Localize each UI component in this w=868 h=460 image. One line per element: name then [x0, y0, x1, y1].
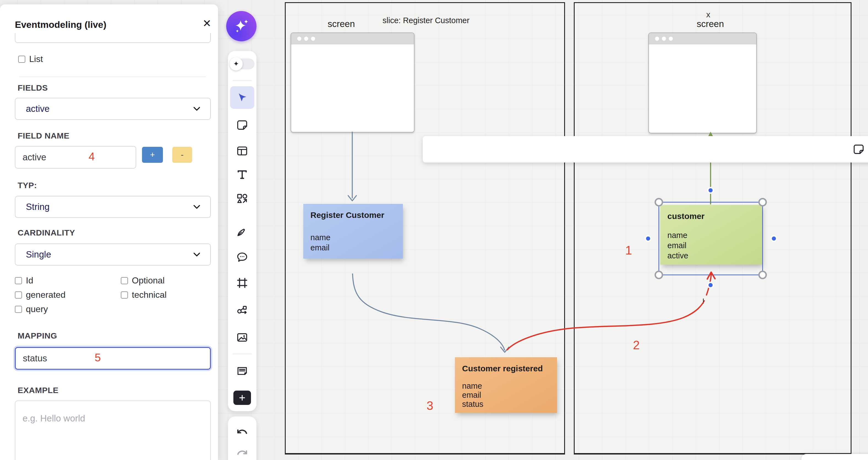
- chevron-down-icon: [193, 252, 201, 257]
- fields-select-value: active: [26, 104, 50, 114]
- browser-mockup-1[interactable]: [290, 32, 414, 133]
- sticky-title: Customer registered: [462, 364, 552, 373]
- mouse-cursor-x: x: [706, 10, 710, 19]
- undo-redo-rail: [228, 416, 256, 460]
- checkbox[interactable]: [121, 291, 128, 298]
- eventmodeling-panel: Eventmodeling (live) ✕ List FIELDS activ…: [0, 4, 218, 460]
- mapping-input[interactable]: [15, 347, 211, 370]
- checkbox[interactable]: [15, 306, 22, 313]
- query-checkbox-row[interactable]: query: [15, 304, 48, 314]
- fields-label: FIELDS: [18, 83, 48, 92]
- sticky-fields: name email status: [462, 381, 552, 409]
- checkbox-label: Optional: [132, 276, 164, 286]
- checkbox-label: Id: [26, 276, 33, 286]
- window-dot-icon: [662, 37, 666, 41]
- sticky-title: Register Customer: [310, 210, 397, 220]
- ai-toggle[interactable]: [230, 59, 254, 69]
- cursor-icon: [236, 91, 249, 104]
- id-checkbox-row[interactable]: Id: [15, 276, 33, 286]
- window-dot-icon: [655, 37, 659, 41]
- redo-button[interactable]: [235, 447, 249, 460]
- frame1-slice-label[interactable]: slice: Register Customer: [382, 16, 469, 25]
- sparkle-icon: [232, 17, 250, 35]
- annotation-5: 5: [95, 351, 101, 364]
- comment-tool[interactable]: [236, 251, 249, 263]
- divider: [19, 77, 206, 77]
- example-textarea[interactable]: [15, 401, 211, 460]
- checkbox[interactable]: [15, 291, 22, 298]
- annotation-3[interactable]: 3: [427, 399, 433, 413]
- fields-select[interactable]: active: [15, 98, 211, 120]
- frame-tool[interactable]: [236, 277, 249, 289]
- window-dot-icon: [297, 37, 301, 41]
- sticky-note-icon[interactable]: [852, 143, 865, 155]
- cardinality-select-value: Single: [26, 249, 51, 260]
- frame1-screen-label[interactable]: screen: [328, 19, 355, 29]
- plus-icon: [238, 394, 246, 402]
- context-toolbar: Convert to Aa Auto B size: [423, 136, 868, 163]
- sticky-note-tool[interactable]: [236, 119, 249, 132]
- chevron-down-icon: [193, 106, 201, 112]
- ai-assistant-button[interactable]: [226, 11, 256, 41]
- card-tool[interactable]: [236, 364, 249, 377]
- typ-select-value: String: [26, 202, 50, 212]
- checkbox[interactable]: [121, 277, 128, 284]
- checkbox-label: technical: [132, 290, 166, 300]
- checkbox[interactable]: [18, 56, 25, 63]
- connector-tool[interactable]: [236, 304, 249, 316]
- panel-title: Eventmodeling (live): [15, 19, 106, 30]
- toolbar-divider: [233, 80, 252, 81]
- annotation-4: 4: [89, 150, 95, 163]
- technical-checkbox-row[interactable]: technical: [121, 290, 166, 300]
- mapping-label: MAPPING: [18, 331, 57, 341]
- tool-rail: [228, 51, 256, 411]
- sticky-register-customer[interactable]: Register Customer name email: [303, 204, 403, 259]
- sticky-fields: name email: [310, 232, 397, 253]
- field-name-input[interactable]: [15, 146, 136, 169]
- checkbox[interactable]: [15, 277, 22, 284]
- image-tool[interactable]: [236, 331, 249, 344]
- sparkle-icon: [232, 60, 240, 67]
- sticky-customer-registered[interactable]: Customer registered name email status: [455, 357, 557, 413]
- chevron-down-icon: [193, 204, 201, 210]
- add-more-tools-button[interactable]: [234, 391, 251, 405]
- close-icon[interactable]: ✕: [203, 18, 211, 29]
- add-field-button[interactable]: +: [142, 147, 163, 163]
- cardinality-label: CARDINALITY: [18, 228, 75, 237]
- annotation-1[interactable]: 1: [625, 243, 632, 257]
- remove-field-button[interactable]: -: [172, 147, 192, 163]
- checkbox-label: query: [26, 304, 48, 314]
- frame2-screen-label[interactable]: screen: [696, 19, 724, 29]
- browser-titlebar: [649, 33, 756, 44]
- browser-mockup-2[interactable]: [648, 32, 757, 133]
- checkbox-label: List: [29, 54, 43, 64]
- typ-select[interactable]: String: [15, 196, 211, 218]
- sticky-fields: name email active: [668, 230, 756, 261]
- annotation-2[interactable]: 2: [633, 338, 640, 352]
- cardinality-select[interactable]: Single: [15, 243, 211, 265]
- bottom-right-panel[interactable]: [801, 454, 868, 460]
- shapes-tool[interactable]: [236, 192, 249, 205]
- window-dot-icon: [311, 37, 315, 41]
- template-tool[interactable]: [236, 145, 249, 157]
- scrolled-input-partial[interactable]: [15, 33, 211, 43]
- undo-button[interactable]: [235, 426, 249, 440]
- pen-tool[interactable]: [236, 225, 249, 238]
- checkbox-label: generated: [26, 290, 65, 300]
- field-name-label: FIELD NAME: [18, 131, 69, 141]
- typ-label: TYP:: [18, 181, 37, 190]
- select-tool-active[interactable]: [230, 86, 254, 109]
- optional-checkbox-row[interactable]: Optional: [121, 276, 164, 286]
- sticky-customer[interactable]: customer name email active: [660, 205, 762, 265]
- generated-checkbox-row[interactable]: generated: [15, 290, 65, 300]
- example-label: EXAMPLE: [18, 385, 59, 395]
- window-dot-icon: [304, 37, 308, 41]
- browser-titlebar: [291, 33, 414, 44]
- text-tool[interactable]: [236, 168, 249, 181]
- list-checkbox-row[interactable]: List: [18, 54, 43, 64]
- toolbar-divider: [233, 354, 252, 354]
- window-dot-icon: [669, 37, 673, 41]
- sticky-title: customer: [668, 211, 756, 221]
